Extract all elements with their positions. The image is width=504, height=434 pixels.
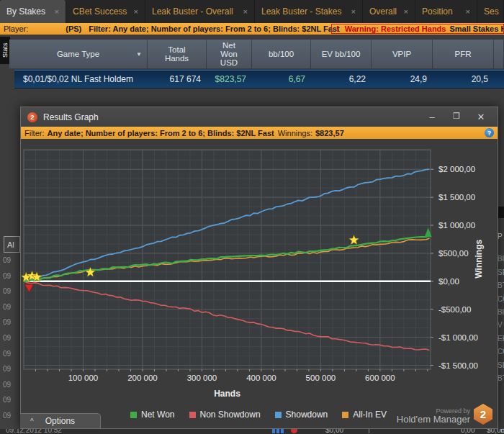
legend-net-won: Net Won <box>130 410 174 420</box>
svg-text:-$500,00: -$500,00 <box>438 305 471 314</box>
session-value: $0,00 <box>325 429 343 434</box>
tab-leak-buster-stakes[interactable]: Leak Buster - Stakes × <box>255 0 363 23</box>
background-position: CO <box>498 345 504 358</box>
tab-label: Overall <box>369 6 397 17</box>
tab-close-icon[interactable]: × <box>243 7 248 16</box>
background-date: 09 <box>0 299 19 315</box>
background-date-column: 0909090909090909090909 <box>0 253 19 429</box>
background-position-column: PBlSEBTCOBlVEFCOSEBT <box>498 230 504 396</box>
column-net-won-usd[interactable]: Net Won USD <box>207 40 252 68</box>
column-filter-icon[interactable]: ▼ <box>136 50 142 59</box>
background-position: BT <box>498 372 504 385</box>
background-position: Bl <box>498 306 504 319</box>
column-total-hands[interactable]: Total Hands <box>148 40 207 68</box>
all-button-partial[interactable]: Al <box>4 236 20 253</box>
tab-close-icon[interactable]: × <box>351 7 356 16</box>
tab-by-stakes[interactable]: By Stakes × <box>0 0 66 23</box>
window-title: Results Graph <box>43 112 99 122</box>
column-vpip[interactable]: VPIP <box>372 40 433 68</box>
tab-label: Leak Buster - Overall <box>152 6 233 17</box>
restricted-hands-warning[interactable]: ! Warning: Restricted Hands Small Stakes… <box>331 24 504 34</box>
tab-label: By Stakes <box>6 6 45 17</box>
tab-label: Position <box>422 6 453 17</box>
app-window: By Stakes × CBet Success × Leak Buster -… <box>0 0 504 434</box>
graph-filter-bar: Filter: Any date; Number of players: Fro… <box>21 127 498 139</box>
close-button[interactable]: ✕ <box>469 112 493 122</box>
background-date: 09 <box>0 268 19 284</box>
player-value: (PS) <box>66 24 81 33</box>
background-position: CO <box>498 293 504 306</box>
help-icon[interactable]: ? <box>485 128 494 137</box>
svg-text:100 000: 100 000 <box>68 374 99 382</box>
background-band <box>498 207 504 218</box>
tab-close-icon[interactable]: × <box>466 7 470 16</box>
svg-text:$1 000,00: $1 000,00 <box>438 221 475 230</box>
svg-text:Hands: Hands <box>214 389 240 399</box>
results-graph-window: 2 Results Graph – ❒ ✕ Filter: Any date; … <box>20 107 498 429</box>
background-position: SE <box>498 266 504 279</box>
session-value: 0,00 <box>461 429 474 434</box>
column-game-type[interactable]: Game Type ▼ <box>9 40 148 68</box>
tab-close-icon[interactable]: × <box>404 7 408 16</box>
divider <box>369 429 369 433</box>
column-bb100[interactable]: bb/100 <box>252 40 311 68</box>
svg-text:$0,00: $0,00 <box>438 277 459 286</box>
legend-swatch <box>342 412 348 418</box>
svg-text:300 000: 300 000 <box>187 374 217 382</box>
cell-pfr: 20,5 <box>433 74 494 84</box>
tab-label: Ses <box>484 6 499 17</box>
window-title-bar[interactable]: 2 Results Graph – ❒ ✕ <box>21 107 498 127</box>
svg-text:$500,00: $500,00 <box>438 249 469 258</box>
tab-close-icon[interactable]: × <box>134 7 138 16</box>
app-icon: 2 <box>27 112 37 122</box>
cell-ev-bb100: 6,22 <box>311 74 372 84</box>
background-position: SE <box>498 359 504 372</box>
player-label: Player: <box>4 24 28 33</box>
background-date: 09 <box>0 377 19 393</box>
background-date: 09 <box>0 392 19 408</box>
cell-net-won: $823,57 <box>207 74 252 84</box>
column-extra <box>494 40 504 68</box>
tab-close-icon[interactable]: × <box>55 7 59 16</box>
tab-sessions-partial[interactable]: Ses <box>477 0 504 23</box>
site-icon <box>291 429 297 433</box>
background-position: Bl <box>498 253 504 266</box>
winnings-label: Winnings: <box>278 129 312 137</box>
player-filter-bar: Player: (PS) Filter: Any date; Number of… <box>0 23 504 35</box>
legend-non-showdown: Non Showdown <box>189 410 261 420</box>
column-ev-bb100[interactable]: EV bb/100 <box>311 40 372 68</box>
svg-text:200 000: 200 000 <box>127 374 158 382</box>
background-date: 09 <box>0 284 19 299</box>
svg-text:$1 500,00: $1 500,00 <box>438 193 475 202</box>
svg-text:400 000: 400 000 <box>246 374 276 382</box>
background-position: V <box>498 319 504 332</box>
chevron-up-icon: ^ <box>30 417 34 425</box>
svg-text:-$1 500,00: -$1 500,00 <box>438 361 478 370</box>
options-button[interactable]: ^ Options <box>20 413 101 428</box>
tab-label: Leak Buster - Stakes <box>261 6 341 17</box>
column-pfr[interactable]: PFR <box>433 40 494 68</box>
legend-swatch <box>130 412 137 418</box>
minimize-button[interactable]: – <box>420 112 444 122</box>
background-position: BT <box>498 279 504 292</box>
session-value: B <box>500 429 504 434</box>
tab-position[interactable]: Position × <box>415 0 477 23</box>
winnings-value: $823,57 <box>315 129 344 137</box>
background-date: 09 <box>0 346 19 362</box>
maximize-button[interactable]: ❒ <box>444 112 469 122</box>
legend-all-in-ev: All-In EV <box>342 410 387 420</box>
table-row-selected[interactable]: $0,01/$0,02 NL Fast Holdem 617 674 $823,… <box>14 70 504 89</box>
warning-icon: ! <box>336 24 339 33</box>
cell-vpip: 24,9 <box>372 74 433 84</box>
tab-cbet-success[interactable]: CBet Success × <box>66 0 145 23</box>
svg-text:$2 000,00: $2 000,00 <box>438 165 475 173</box>
warning-text: Warning: Restricted Hands <box>345 24 446 33</box>
stats-side-tab[interactable]: Stats <box>0 37 10 64</box>
tab-leak-buster-overall[interactable]: Leak Buster - Overall × <box>145 0 255 23</box>
table-header: Game Type ▼ Total Hands Net Won USD bb/1… <box>9 40 504 68</box>
legend-swatch <box>189 412 196 418</box>
background-date: 09 <box>0 330 19 346</box>
cell-game-type: $0,01/$0,02 NL Fast Holdem <box>14 74 148 84</box>
session-date: 09.12.2012 10:52 <box>6 429 62 434</box>
tab-overall[interactable]: Overall × <box>363 0 415 23</box>
